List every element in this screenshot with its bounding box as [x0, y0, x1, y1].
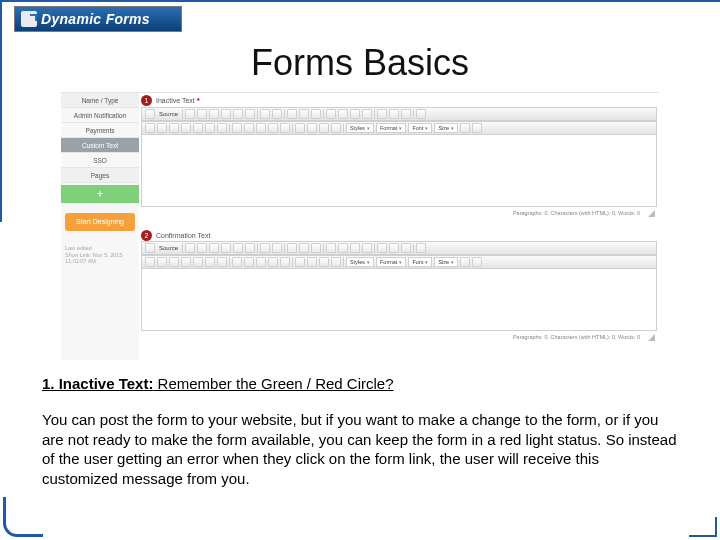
paste-text-icon[interactable] [233, 243, 243, 253]
numlist-icon[interactable] [232, 257, 242, 267]
link-icon[interactable] [377, 109, 387, 119]
textcolor-icon[interactable] [460, 123, 470, 133]
sidebar-item-payments[interactable]: Payments [61, 123, 139, 138]
toolbar-separator [413, 243, 414, 253]
save-icon[interactable] [185, 243, 195, 253]
bold-icon[interactable] [145, 123, 155, 133]
size-select[interactable]: Size [434, 123, 458, 133]
cut-icon[interactable] [197, 109, 207, 119]
outdent-icon[interactable] [256, 123, 266, 133]
cut-icon[interactable] [197, 243, 207, 253]
underline-icon[interactable] [169, 123, 179, 133]
hr-icon[interactable] [350, 109, 360, 119]
resize-handle-icon[interactable] [648, 334, 655, 341]
align-left-icon[interactable] [295, 257, 305, 267]
superscript-icon[interactable] [205, 257, 215, 267]
start-designing-button[interactable]: Start Designing [65, 213, 135, 231]
strike-icon[interactable] [181, 123, 191, 133]
copy-icon[interactable] [209, 109, 219, 119]
bgcolor-icon[interactable] [472, 257, 482, 267]
source-label[interactable]: Source [157, 245, 180, 251]
anchor-icon[interactable] [401, 243, 411, 253]
maximize-icon[interactable] [416, 243, 426, 253]
size-select[interactable]: Size [434, 257, 458, 267]
image-icon[interactable] [326, 109, 336, 119]
superscript-icon[interactable] [205, 123, 215, 133]
replace-icon[interactable] [299, 109, 309, 119]
table-icon[interactable] [338, 109, 348, 119]
paste-icon[interactable] [221, 243, 231, 253]
align-right-icon[interactable] [319, 257, 329, 267]
selectall-icon[interactable] [311, 109, 321, 119]
sidebar-item-admin-notification[interactable]: Admin Notification [61, 108, 139, 123]
outdent-icon[interactable] [256, 257, 266, 267]
bulletlist-icon[interactable] [244, 257, 254, 267]
source-icon[interactable] [145, 243, 155, 253]
copy-icon[interactable] [209, 243, 219, 253]
styles-select[interactable]: Styles [346, 123, 374, 133]
align-center-icon[interactable] [307, 123, 317, 133]
indent-icon[interactable] [268, 123, 278, 133]
paste-icon[interactable] [221, 109, 231, 119]
find-icon[interactable] [287, 243, 297, 253]
align-center-icon[interactable] [307, 257, 317, 267]
numlist-icon[interactable] [232, 123, 242, 133]
find-icon[interactable] [287, 109, 297, 119]
editor1-content[interactable] [141, 135, 657, 207]
font-select[interactable]: Font [408, 123, 432, 133]
italic-icon[interactable] [157, 123, 167, 133]
sidebar-item-name-type[interactable]: Name / Type [61, 93, 139, 108]
sidebar-item-custom-text[interactable]: Custom Text [61, 138, 139, 153]
paste-word-icon[interactable] [245, 109, 255, 119]
add-page-button[interactable]: + [61, 185, 139, 203]
bulletlist-icon[interactable] [244, 123, 254, 133]
subscript-icon[interactable] [193, 257, 203, 267]
align-justify-icon[interactable] [331, 257, 341, 267]
textcolor-icon[interactable] [460, 257, 470, 267]
save-icon[interactable] [185, 109, 195, 119]
table-icon[interactable] [338, 243, 348, 253]
editor2-content[interactable] [141, 269, 657, 331]
selectall-icon[interactable] [311, 243, 321, 253]
bold-icon[interactable] [145, 257, 155, 267]
unlink-icon[interactable] [389, 109, 399, 119]
format-select[interactable]: Format [376, 257, 406, 267]
removeformat-icon[interactable] [217, 257, 227, 267]
removeformat-icon[interactable] [217, 123, 227, 133]
undo-icon[interactable] [260, 243, 270, 253]
paste-text-icon[interactable] [233, 109, 243, 119]
subscript-icon[interactable] [193, 123, 203, 133]
undo-icon[interactable] [260, 109, 270, 119]
redo-icon[interactable] [272, 243, 282, 253]
specialchar-icon[interactable] [362, 109, 372, 119]
strike-icon[interactable] [181, 257, 191, 267]
redo-icon[interactable] [272, 109, 282, 119]
paste-word-icon[interactable] [245, 243, 255, 253]
form-builder-sidebar: Name / Type Admin Notification Payments … [61, 93, 139, 360]
font-select[interactable]: Font [408, 257, 432, 267]
maximize-icon[interactable] [416, 109, 426, 119]
resize-handle-icon[interactable] [648, 210, 655, 217]
source-label[interactable]: Source [157, 111, 180, 117]
unlink-icon[interactable] [389, 243, 399, 253]
sidebar-item-pages[interactable]: Pages [61, 168, 139, 183]
underline-icon[interactable] [169, 257, 179, 267]
align-justify-icon[interactable] [331, 123, 341, 133]
italic-icon[interactable] [157, 257, 167, 267]
image-icon[interactable] [326, 243, 336, 253]
styles-select[interactable]: Styles [346, 257, 374, 267]
specialchar-icon[interactable] [362, 243, 372, 253]
format-select[interactable]: Format [376, 123, 406, 133]
link-icon[interactable] [377, 243, 387, 253]
align-left-icon[interactable] [295, 123, 305, 133]
bgcolor-icon[interactable] [472, 123, 482, 133]
indent-icon[interactable] [268, 257, 278, 267]
source-icon[interactable] [145, 109, 155, 119]
anchor-icon[interactable] [401, 109, 411, 119]
replace-icon[interactable] [299, 243, 309, 253]
sidebar-item-sso[interactable]: SSO [61, 153, 139, 168]
align-right-icon[interactable] [319, 123, 329, 133]
blockquote-icon[interactable] [280, 257, 290, 267]
blockquote-icon[interactable] [280, 123, 290, 133]
hr-icon[interactable] [350, 243, 360, 253]
